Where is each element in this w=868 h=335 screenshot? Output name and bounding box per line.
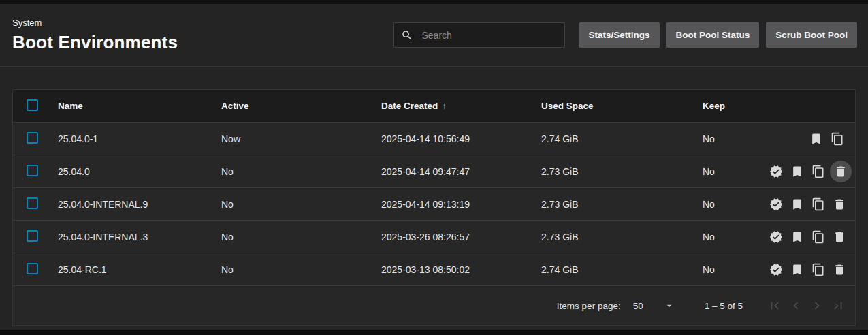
cell-date-created: 2025-04-14 09:13:19 <box>381 199 541 210</box>
activate-button[interactable] <box>768 163 784 180</box>
column-header-date-created[interactable]: Date Created↑ <box>381 101 541 111</box>
row-checkbox[interactable] <box>27 230 38 242</box>
delete-icon <box>833 197 846 211</box>
row-checkbox[interactable] <box>27 132 38 144</box>
cell-name: 25.04.0 <box>58 166 221 177</box>
clone-button[interactable] <box>810 196 826 212</box>
select-all-checkbox[interactable] <box>27 99 38 111</box>
chevron-down-icon <box>664 300 675 311</box>
delete-button[interactable] <box>830 161 852 182</box>
cell-active: Now <box>221 133 381 144</box>
clone-button[interactable] <box>810 229 826 245</box>
cell-active: No <box>221 232 381 242</box>
table-row: 25.04.0-INTERNAL.3 No 2025-03-26 08:26:5… <box>13 220 855 253</box>
title-block: System Boot Environments <box>12 18 393 53</box>
column-header-name[interactable]: Name <box>58 101 221 111</box>
search-input[interactable] <box>420 29 558 42</box>
cell-active: No <box>221 199 381 210</box>
bookmark-button[interactable] <box>808 131 824 147</box>
row-checkbox[interactable] <box>27 197 38 209</box>
chevron-left-icon <box>788 298 803 313</box>
cell-actions <box>768 261 857 278</box>
verified-icon <box>769 263 783 276</box>
cell-active: No <box>221 166 381 177</box>
header-checkbox-cell <box>13 99 58 113</box>
first-page-button[interactable] <box>767 298 782 313</box>
cell-keep: No <box>703 199 768 210</box>
cell-actions <box>768 196 857 212</box>
items-per-page-label: Items per page: <box>557 301 621 311</box>
breadcrumb[interactable]: System <box>12 18 393 28</box>
delete-button[interactable] <box>831 196 848 212</box>
verified-icon <box>769 197 783 211</box>
column-header-used-space[interactable]: Used Space <box>541 101 703 111</box>
verified-icon <box>769 230 783 244</box>
table-header-row: Name Active Date Created↑ Used Space Kee… <box>13 90 855 122</box>
items-per-page-select[interactable]: 50 <box>633 300 675 311</box>
activate-button[interactable] <box>768 229 784 245</box>
boot-environments-table: Name Active Date Created↑ Used Space Kee… <box>12 89 856 326</box>
pagination-controls <box>767 298 846 313</box>
search-box[interactable] <box>393 22 565 48</box>
cell-name: 25.04.0-INTERNAL.3 <box>58 232 221 242</box>
cell-used-space: 2.73 GiB <box>541 166 703 177</box>
table-row: 25.04-RC.1 No 2025-03-13 08:50:02 2.74 G… <box>13 253 855 285</box>
chevron-right-icon <box>809 298 824 313</box>
row-checkbox-cell <box>13 165 58 178</box>
activate-button[interactable] <box>768 261 784 278</box>
bookmark-icon <box>790 263 804 276</box>
delete-icon <box>834 165 848 178</box>
row-checkbox-cell <box>13 263 58 276</box>
scrub-boot-pool-button[interactable]: Scrub Boot Pool <box>766 22 857 48</box>
bottom-edge-strip <box>0 330 868 335</box>
bookmark-icon <box>790 197 804 211</box>
bookmark-icon <box>790 230 804 244</box>
column-header-keep[interactable]: Keep <box>703 101 768 111</box>
bookmark-button[interactable] <box>789 196 805 212</box>
cell-actions <box>768 229 857 245</box>
cell-name: 25.04.0-INTERNAL.9 <box>58 199 221 210</box>
next-page-button[interactable] <box>809 298 824 313</box>
items-per-page-value: 50 <box>633 301 643 311</box>
bookmark-button[interactable] <box>789 163 805 180</box>
bookmark-icon <box>790 165 804 178</box>
stats-settings-button[interactable]: Stats/Settings <box>579 22 659 48</box>
row-checkbox-cell <box>13 230 58 244</box>
row-checkbox[interactable] <box>27 263 38 274</box>
previous-page-button[interactable] <box>788 298 803 313</box>
column-header-active[interactable]: Active <box>221 101 381 111</box>
clone-button[interactable] <box>829 131 846 147</box>
delete-button[interactable] <box>831 229 848 245</box>
cell-keep: No <box>703 133 768 144</box>
page-title: Boot Environments <box>12 32 393 53</box>
row-checkbox[interactable] <box>27 165 38 176</box>
delete-button[interactable] <box>831 261 848 278</box>
table-row: 25.04.0-1 Now 2025-04-14 10:56:49 2.74 G… <box>13 122 855 155</box>
cell-keep: No <box>703 166 768 177</box>
cell-active: No <box>221 264 381 275</box>
page-header: System Boot Environments Stats/Settings … <box>0 4 868 67</box>
last-page-button[interactable] <box>831 298 846 313</box>
bookmark-button[interactable] <box>789 229 805 245</box>
first-page-icon <box>767 298 782 313</box>
delete-icon <box>833 230 846 244</box>
clone-button[interactable] <box>810 163 826 180</box>
copy-icon <box>831 132 844 146</box>
table-row: 25.04.0 No 2025-04-14 09:47:47 2.73 GiB … <box>13 155 855 187</box>
cell-used-space: 2.74 GiB <box>541 133 703 144</box>
cell-date-created: 2025-03-13 08:50:02 <box>381 264 541 275</box>
pagination-range-label: 1 – 5 of 5 <box>705 301 743 311</box>
boot-pool-status-button[interactable]: Boot Pool Status <box>666 22 760 48</box>
cell-used-space: 2.73 GiB <box>541 232 703 242</box>
clone-button[interactable] <box>810 261 826 278</box>
cell-date-created: 2025-04-14 09:47:47 <box>381 166 541 177</box>
row-checkbox-cell <box>13 197 58 211</box>
activate-button[interactable] <box>768 196 784 212</box>
last-page-icon <box>831 298 846 313</box>
bookmark-button[interactable] <box>789 261 805 278</box>
bookmark-icon <box>809 132 823 146</box>
cell-name: 25.04.0-1 <box>58 133 221 144</box>
cell-actions <box>768 161 859 182</box>
cell-date-created: 2025-03-26 08:26:57 <box>381 232 541 242</box>
copy-icon <box>811 197 825 211</box>
